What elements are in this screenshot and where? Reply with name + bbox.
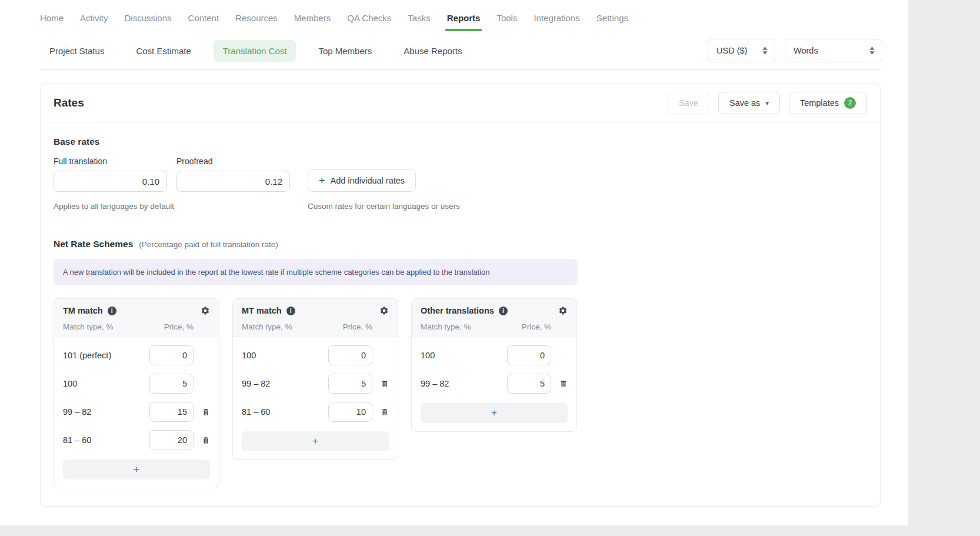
custom-rate-hint: Cusom rates for certain languages or use…	[308, 202, 460, 211]
scheme-title: TM match	[63, 306, 103, 315]
price-input[interactable]	[328, 402, 372, 422]
trash-icon	[381, 408, 389, 417]
price-input[interactable]	[149, 345, 194, 365]
top-nav: HomeActivityDiscussionsContentResourcesM…	[40, 0, 882, 31]
app-window: HomeActivityDiscussionsContentResourcesM…	[0, 0, 908, 525]
delete-row-button[interactable]	[202, 408, 210, 417]
top-nav-item-qa-checks[interactable]: QA Checks	[347, 13, 391, 31]
price-input[interactable]	[149, 430, 194, 450]
save-button[interactable]: Save	[668, 92, 709, 114]
full-translation-rate-input[interactable]	[54, 171, 167, 192]
currency-select[interactable]: USD ($)	[708, 39, 775, 62]
tab-project-status[interactable]: Project Status	[40, 40, 114, 62]
price-input[interactable]	[328, 345, 372, 365]
price-input[interactable]	[149, 374, 194, 394]
info-icon[interactable]: i	[286, 307, 295, 315]
top-nav-item-reports[interactable]: Reports	[447, 13, 481, 31]
currency-select-value: USD ($)	[716, 46, 747, 55]
delete-row-button[interactable]	[381, 408, 389, 417]
rate-scheme-card: Other translations i Match type, % Price…	[411, 298, 577, 432]
gear-icon	[379, 306, 389, 315]
top-nav-item-content[interactable]: Content	[188, 13, 219, 31]
rate-row: 81 – 60	[63, 430, 210, 450]
match-type-label: 100	[242, 351, 256, 360]
scheme-settings-button[interactable]	[379, 306, 389, 315]
select-arrows-icon	[762, 46, 768, 55]
column-header-price: Price, %	[164, 322, 194, 331]
info-icon[interactable]: i	[108, 307, 116, 315]
caret-down-icon: ▾	[765, 100, 769, 106]
price-input[interactable]	[328, 374, 372, 394]
add-individual-rates-button[interactable]: + Add individual rates	[308, 169, 416, 192]
rate-scheme-card: MT match i Match type, % Price, % 100 99…	[232, 298, 398, 460]
price-input[interactable]	[507, 345, 551, 365]
proofread-label: Proofread	[176, 157, 290, 166]
match-type-label: 99 – 82	[242, 379, 270, 388]
rate-row: 99 – 82	[242, 374, 389, 394]
tab-top-members[interactable]: Top Members	[309, 40, 381, 62]
net-rate-schemes-title: Net Rate Schemes	[54, 239, 133, 249]
top-nav-item-discussions[interactable]: Discussions	[125, 13, 172, 31]
top-nav-item-tools[interactable]: Tools	[496, 13, 517, 31]
tab-cost-estimate[interactable]: Cost Estimate	[126, 40, 200, 62]
scheme-card-header: Other translations i Match type, % Price…	[412, 299, 576, 337]
report-tabs: Project StatusCost EstimateTranslation C…	[40, 40, 472, 62]
top-nav-item-settings[interactable]: Settings	[596, 13, 628, 31]
delete-row-button[interactable]	[381, 379, 389, 388]
full-translation-label: Full translation	[54, 157, 167, 166]
net-rate-schemes-subtitle: (Percentage paid of full translation rat…	[139, 240, 278, 249]
top-nav-item-tasks[interactable]: Tasks	[408, 13, 430, 31]
match-type-label: 100	[63, 379, 77, 388]
info-icon[interactable]: i	[499, 307, 508, 315]
top-nav-item-resources[interactable]: Resources	[235, 13, 278, 31]
delete-row-button[interactable]	[202, 436, 210, 445]
scheme-title: Other translations	[421, 306, 494, 315]
unit-select-value: Words	[794, 46, 818, 55]
templates-count-badge: 2	[844, 97, 856, 109]
sub-nav-divider	[40, 69, 882, 70]
rates-card: Rates Save Save as ▾ Templates 2 Base ra…	[40, 84, 881, 507]
report-sub-nav: Project StatusCost EstimateTranslation C…	[40, 39, 882, 62]
gear-icon	[201, 306, 210, 315]
save-as-button[interactable]: Save as ▾	[718, 92, 780, 114]
match-type-label: 81 – 60	[242, 407, 270, 417]
trash-icon	[202, 408, 210, 417]
match-type-label: 99 – 82	[421, 379, 449, 388]
price-input[interactable]	[149, 402, 194, 422]
top-nav-item-activity[interactable]: Activity	[80, 13, 108, 31]
rate-row: 99 – 82	[421, 374, 568, 394]
scheme-card-header: TM match i Match type, % Price, %	[54, 299, 219, 337]
scheme-settings-button[interactable]	[558, 306, 568, 315]
add-row-button[interactable]: +	[242, 431, 389, 451]
tab-translation-cost[interactable]: Translation Cost	[214, 40, 296, 62]
rate-row: 100	[63, 374, 210, 394]
select-arrows-icon	[869, 46, 875, 55]
add-row-button[interactable]: +	[63, 460, 210, 480]
delete-row-button[interactable]	[559, 379, 568, 388]
page-title: Rates	[54, 96, 84, 109]
top-nav-item-members[interactable]: Members	[294, 13, 331, 31]
scheme-settings-button[interactable]	[201, 306, 210, 315]
rates-card-header: Rates Save Save as ▾ Templates 2	[41, 84, 880, 122]
scheme-card-header: MT match i Match type, % Price, %	[233, 299, 398, 337]
column-header-match-type: Match type, %	[63, 322, 114, 331]
column-header-match-type: Match type, %	[242, 322, 292, 331]
scheme-title: MT match	[242, 306, 282, 315]
proofread-rate-input[interactable]	[176, 171, 290, 192]
trash-icon	[381, 379, 389, 388]
rate-row: 100	[242, 345, 389, 365]
price-input[interactable]	[507, 374, 551, 394]
top-nav-item-home[interactable]: Home	[40, 13, 64, 31]
top-nav-item-integrations[interactable]: Integrations	[534, 13, 579, 31]
report-unit-select[interactable]: Words	[785, 39, 882, 62]
scheme-cards-row: TM match i Match type, % Price, % 101 (p…	[54, 298, 867, 488]
column-header-price: Price, %	[343, 322, 372, 331]
column-header-price: Price, %	[522, 322, 551, 331]
tab-abuse-reports[interactable]: Abuse Reports	[394, 40, 471, 62]
templates-button[interactable]: Templates 2	[789, 92, 867, 114]
rate-row: 100	[421, 345, 568, 365]
rate-row: 81 – 60	[242, 402, 389, 422]
plus-icon: +	[319, 175, 325, 186]
base-rate-hint: Applies to all languages by default	[54, 202, 308, 211]
add-row-button[interactable]: +	[421, 403, 568, 423]
